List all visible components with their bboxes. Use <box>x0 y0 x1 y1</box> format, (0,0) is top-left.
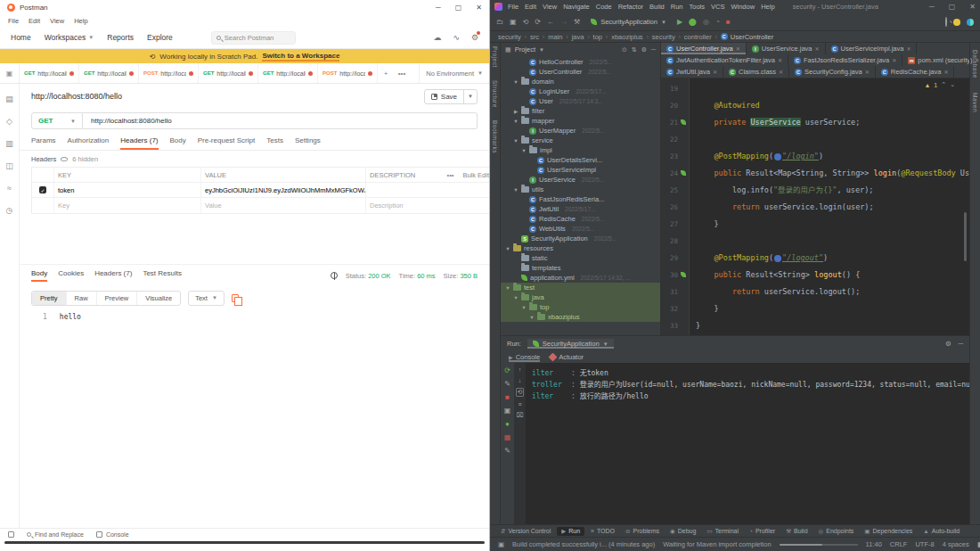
nav-item-explore[interactable]: Explore <box>147 33 173 42</box>
close-tab-icon[interactable]: ✕ <box>736 45 740 52</box>
editor-scrollbar[interactable] <box>964 212 967 261</box>
expand-collapse-icon[interactable]: ⇅ <box>632 46 637 53</box>
menu-item-run[interactable]: Run <box>671 3 683 11</box>
tree-item-utils[interactable]: ▼utils <box>501 185 660 194</box>
editor-tab-usercontroller-java[interactable]: CUserController.java✕ <box>661 43 747 54</box>
monitors-icon[interactable]: ≈ <box>7 184 12 193</box>
minimize-icon[interactable]: ─ <box>436 4 441 12</box>
menu-item-view[interactable]: View <box>50 17 64 25</box>
url-mapping-icon[interactable] <box>774 153 781 160</box>
hide-panel-icon[interactable]: ─ <box>651 46 656 53</box>
console-button[interactable]: Console <box>96 531 129 538</box>
stop-icon[interactable]: ■ <box>505 393 510 401</box>
tree-item-securityapplication[interactable]: SSecurityApplication2022/5... <box>501 234 660 243</box>
settings-gear-icon[interactable]: ⚙ <box>945 340 951 348</box>
run-tab-console[interactable]: ▶Console <box>509 353 540 362</box>
tool-button-project[interactable]: Project <box>492 46 498 68</box>
nav-item-home[interactable]: Home <box>11 33 31 42</box>
response-tab-body[interactable]: Body <box>31 269 47 282</box>
tree-item-hellocontroller[interactable]: CHelloController2022/5... <box>501 57 660 67</box>
header-row-token[interactable]: ✓ token eyJhbGciOiJIUzI1NiJ9.eyJzdWIiOiJ… <box>32 183 489 198</box>
code-area[interactable]: @Autowired private UserService userServi… <box>690 78 969 335</box>
shortcut-icon[interactable] <box>8 531 14 538</box>
close-tab-icon[interactable]: ✕ <box>779 69 783 75</box>
editor-tab-jwtauthenticationtokenfilter-java[interactable]: CJwtAuthenticationTokenFilter.java✕ <box>661 54 788 66</box>
capture-icon[interactable]: ∿ <box>453 33 460 42</box>
undo-icon[interactable]: ⟲ <box>523 18 529 26</box>
request-tab[interactable]: POSThttp://localh... <box>139 63 199 83</box>
editor-tab-jwtutil-java[interactable]: CJwtUtil.java✕ <box>661 66 723 78</box>
search-everywhere-icon[interactable] <box>945 18 947 26</box>
tool-button-dependencies[interactable]: ▣Dependencies <box>860 527 917 536</box>
view-visualize[interactable]: Visualize <box>136 292 180 305</box>
save-all-icon[interactable]: ▣ <box>510 18 517 26</box>
tree-item-fastjsonredisseria-[interactable]: CFastJsonRedisSeria... <box>501 194 660 204</box>
maximize-icon[interactable]: ▢ <box>949 3 956 11</box>
menu-item-navigate[interactable]: Navigate <box>563 3 590 11</box>
close-tab-icon[interactable]: ✕ <box>815 45 820 52</box>
sidebar-toggle-icon[interactable]: ▣ <box>0 63 20 83</box>
close-tab-icon[interactable]: ✕ <box>892 57 896 63</box>
tool-button-auto-build[interactable]: ▲Auto-build <box>919 527 964 535</box>
menu-item-build[interactable]: Build <box>649 3 665 11</box>
tree-item-resources[interactable]: ▼resources <box>501 243 660 253</box>
soft-wrap-icon[interactable]: ⟲ <box>516 388 525 397</box>
tree-item-user[interactable]: CUser2022/5/17 14:3... <box>501 96 660 106</box>
inspection-widget[interactable]: ▲ 1 ⌃ ⌄ <box>924 81 955 88</box>
tree-item-usercontroller[interactable]: CUserController2022/5... <box>501 67 660 77</box>
tree-item-userserviceimpl[interactable]: CUserServiceImpl <box>501 165 660 175</box>
breadcrumb-item[interactable]: CUserController <box>721 33 773 41</box>
bulk-edit-button[interactable]: Bulk Edit <box>462 171 489 179</box>
editor-tab-rediscache-java[interactable]: CRedisCache.java✕ <box>876 66 955 78</box>
avatar-yellow[interactable] <box>953 19 960 26</box>
apis-icon[interactable]: ◇ <box>6 117 12 126</box>
request-tab-authorization[interactable]: Authorization <box>68 136 110 150</box>
mock-servers-icon[interactable]: ◫ <box>5 161 13 170</box>
cloud-sync-icon[interactable]: ☁ <box>433 33 441 42</box>
hide-panel-icon[interactable]: ─ <box>959 340 963 348</box>
up-stacktrace-icon[interactable]: ↑ <box>519 366 522 373</box>
tool-button-maven[interactable]: Maven <box>972 93 978 112</box>
menu-item-file[interactable]: File <box>8 17 19 25</box>
gc-icon[interactable]: ● <box>505 420 510 428</box>
breadcrumb-item[interactable]: security <box>652 33 675 41</box>
close-tab-icon[interactable]: ✕ <box>778 57 782 63</box>
view-pretty[interactable]: Pretty <box>32 292 66 305</box>
menu-item-refactor[interactable]: Refactor <box>618 3 643 11</box>
search-input[interactable]: Search Postman <box>211 31 296 45</box>
request-tab[interactable]: POSThttp://localh... <box>318 63 378 83</box>
find-replace-button[interactable]: Find and Replace <box>27 531 84 538</box>
switch-workspace-link[interactable]: Switch to a Workspace <box>262 52 339 62</box>
open-icon[interactable]: 🗀 <box>496 18 503 26</box>
breadcrumb-item[interactable]: java <box>572 33 584 41</box>
profiler-button[interactable]: ◔ <box>715 18 720 26</box>
request-tab-params[interactable]: Params <box>31 136 56 150</box>
response-tab-test-results[interactable]: Test Results <box>143 269 182 282</box>
run-config-tab[interactable]: SecurityApplication ▼ <box>527 339 614 349</box>
console-output[interactable]: ilter: 无tokentroller: 登录的用户为User(id=null… <box>526 363 969 524</box>
tree-item-java[interactable]: ▼java <box>501 292 660 302</box>
caret-position[interactable]: 11:40 <box>866 540 882 548</box>
breadcrumb-item[interactable]: xbaoziplus <box>611 33 642 41</box>
editor-tab-fastjsonredisserializer-java[interactable]: CFastJsonRedisSerializer.java✕ <box>788 54 902 66</box>
collections-icon[interactable]: ▤ <box>5 95 13 103</box>
tool-button-version-control[interactable]: ⇵Version Control <box>496 527 555 536</box>
tree-item-domain[interactable]: ▼domain <box>501 77 660 86</box>
new-tab-button[interactable]: + <box>378 63 394 83</box>
url-mapping-icon[interactable] <box>774 255 781 262</box>
value-placeholder[interactable]: Value <box>200 198 365 213</box>
nav-item-reports[interactable]: Reports <box>107 33 134 42</box>
view-raw[interactable]: Raw <box>66 292 96 305</box>
tree-item-impl[interactable]: ▼impl <box>501 145 660 155</box>
response-tab-headers-[interactable]: Headers (7) <box>94 269 132 282</box>
close-icon[interactable]: ✕ <box>969 3 976 11</box>
tool-button-run[interactable]: ▶Run <box>557 527 584 536</box>
tree-item-test[interactable]: ▼test <box>501 283 660 292</box>
request-tab-pre-request-script[interactable]: Pre-request Script <box>198 136 255 150</box>
tool-button-endpoints[interactable]: ◎Endpoints <box>814 527 859 536</box>
line-separator[interactable]: CRLF <box>890 540 908 548</box>
settings-gear-icon[interactable]: ⚙ <box>471 33 478 42</box>
request-tab-settings[interactable]: Settings <box>295 136 321 150</box>
maximize-icon[interactable]: ▢ <box>455 4 462 12</box>
editor-tab-userserviceimpl-java[interactable]: CUserServiceImpl.java✕ <box>826 43 918 54</box>
